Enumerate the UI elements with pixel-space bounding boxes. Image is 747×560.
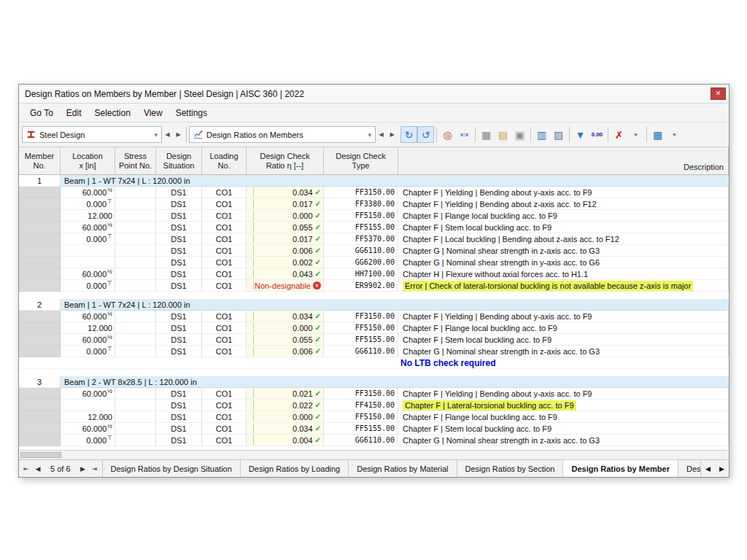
design-check-row[interactable]: 60.000½DS1CO10.034✓FF3150.00Chapter F | …	[19, 311, 729, 322]
stress-point-cell[interactable]	[115, 222, 156, 233]
description-cell[interactable]: Chapter F | Stem local buckling acc. to …	[398, 222, 729, 233]
design-check-row[interactable]: 60.000½DS1CO10.055✓FF5155.00Chapter F | …	[19, 334, 729, 346]
scrollbar-thumb[interactable]	[20, 452, 61, 458]
description-cell[interactable]: Error | Check of lateral-torsional buckl…	[398, 280, 729, 292]
stress-point-cell[interactable]	[115, 322, 156, 334]
location-cell[interactable]: 0.000⊤	[61, 233, 115, 245]
description-cell[interactable]: Chapter F | Flange local buckling acc. t…	[398, 322, 729, 334]
design-check-row[interactable]: 60.000½DS1CO10.021✓FF3150.00Chapter F | …	[19, 388, 729, 400]
tabs-scroll-right-button[interactable]: ▶	[715, 460, 729, 477]
description-cell[interactable]: Chapter F | Local buckling | Bending abo…	[398, 233, 729, 245]
location-cell[interactable]	[61, 257, 115, 268]
design-situation-cell[interactable]: DS1	[156, 423, 202, 435]
location-cell[interactable]: 60.000½	[61, 334, 115, 346]
description-cell[interactable]: Chapter F | Stem local buckling acc. to …	[398, 334, 729, 346]
last-table-button[interactable]: ⇥	[89, 465, 101, 472]
design-situation-cell[interactable]: DS1	[156, 435, 202, 446]
member-group-row[interactable]: 1Beam | 1 - WT 7x24 | L : 120.000 in	[19, 175, 729, 187]
stress-point-cell[interactable]	[115, 423, 156, 435]
close-button[interactable]: ✕	[711, 88, 726, 100]
member-group-row[interactable]: 3Beam | 2 - WT 8x28.5 | L : 120.000 in	[19, 376, 729, 388]
loading-cell[interactable]: CO1	[202, 346, 247, 357]
ratio-cell[interactable]: 0.002✓	[247, 257, 324, 268]
check-type-cell[interactable]: GG6110.00	[324, 346, 398, 357]
stress-point-cell[interactable]	[115, 210, 156, 222]
check-type-cell[interactable]: FF3150.00	[324, 311, 398, 322]
check-type-cell[interactable]: FF3150.00	[324, 388, 398, 400]
design-situation-cell[interactable]: DS1	[156, 233, 202, 245]
tab-design-ratios-by-design-situation[interactable]: Design Ratios by Design Situation	[103, 460, 241, 477]
export-spreadsheet-icon[interactable]: ▥	[533, 126, 550, 143]
loading-cell[interactable]: CO1	[202, 222, 247, 233]
sync-selection-icon[interactable]: ↺	[417, 126, 434, 143]
stress-point-cell[interactable]	[115, 400, 156, 411]
location-cell[interactable]: 60.000½	[61, 311, 115, 322]
ratio-cell[interactable]: Non-designable✕	[247, 280, 324, 292]
design-check-row[interactable]: 60.000½DS1CO10.055✓FF5155.00Chapter F | …	[19, 222, 729, 233]
tab-design-ratios-by-member[interactable]: Design Ratios by Member	[563, 460, 678, 477]
ratio-cell[interactable]: 0.055✓	[247, 222, 324, 233]
loading-cell[interactable]: CO1	[202, 411, 247, 423]
table-container-icon[interactable]: ▤	[495, 126, 511, 143]
design-situation-cell[interactable]: DS1	[156, 187, 202, 198]
show-result-in-graphic-icon[interactable]: ↻	[400, 126, 417, 143]
location-cell[interactable]: 60.000½	[61, 222, 115, 233]
description-cell[interactable]: Chapter F | Lateral-torsional buckling a…	[398, 400, 729, 411]
ratio-cell[interactable]: 0.004✓	[247, 435, 324, 446]
check-type-cell[interactable]: FF5150.00	[324, 210, 398, 222]
description-cell[interactable]: Chapter G | Nominal shear strength in z-…	[398, 435, 729, 446]
result-type-selector[interactable]: Design Ratios on Members ▾	[189, 126, 376, 143]
member-group-title[interactable]: Beam | 2 - WT 8x28.5 | L : 120.000 in	[61, 376, 729, 388]
table-search-icon[interactable]: ▩	[649, 126, 666, 143]
stress-point-cell[interactable]	[115, 311, 156, 322]
first-table-button[interactable]: ⇤	[20, 465, 32, 472]
design-situation-cell[interactable]: DS1	[156, 222, 202, 233]
loading-cell[interactable]: CO1	[202, 210, 247, 222]
design-check-row[interactable]: DS1CO10.022✓FF4150.00Chapter F | Lateral…	[19, 400, 729, 411]
stress-point-cell[interactable]	[115, 268, 156, 280]
print-icon[interactable]: ▣	[511, 126, 528, 143]
ratio-cell[interactable]: 0.034✓	[247, 311, 324, 322]
description-cell[interactable]: Chapter F | Flange local buckling acc. t…	[398, 411, 729, 423]
location-cell[interactable]: 12.000	[61, 322, 115, 334]
stress-point-cell[interactable]	[115, 280, 156, 292]
ratio-cell[interactable]: 0.022✓	[247, 400, 324, 411]
design-situation-cell[interactable]: DS1	[156, 322, 202, 334]
design-check-row[interactable]: 0.000⊤DS1CO10.004✓GG6110.00Chapter G | N…	[19, 435, 729, 446]
ratio-cell[interactable]: 0.000✓	[247, 210, 324, 222]
result-table-icon[interactable]: ▦	[478, 126, 495, 143]
menu-item-settings[interactable]: Settings	[169, 105, 214, 121]
description-cell[interactable]: Chapter G | Nominal shear strength in y-…	[398, 257, 729, 268]
design-situation-cell[interactable]: DS1	[156, 311, 202, 322]
ratio-cell[interactable]: 0.000✓	[247, 411, 324, 423]
stress-point-cell[interactable]	[115, 435, 156, 446]
location-cell[interactable]: 60.000½	[61, 423, 115, 435]
design-situation-cell[interactable]: DS1	[156, 411, 202, 423]
design-situation-cell[interactable]: DS1	[156, 346, 202, 357]
description-cell[interactable]: Chapter F | Flange local buckling acc. t…	[398, 210, 729, 222]
design-situation-cell[interactable]: DS1	[156, 210, 202, 222]
loading-cell[interactable]: CO1	[202, 435, 247, 446]
design-check-row[interactable]: 60.000½DS1CO10.034✓FF5155.00Chapter F | …	[19, 423, 729, 435]
loading-cell[interactable]: CO1	[202, 268, 247, 280]
design-situation-cell[interactable]: DS1	[156, 388, 202, 400]
location-cell[interactable]: 60.000½	[61, 388, 115, 400]
design-check-row[interactable]: 0.000⊤DS1CO10.017✓FF5370.00Chapter F | L…	[19, 233, 729, 245]
description-cell[interactable]: Chapter F | Yielding | Bending about y-a…	[398, 311, 729, 322]
location-cell[interactable]	[61, 245, 115, 257]
printout-report-icon[interactable]: ▨	[550, 126, 567, 143]
loading-cell[interactable]: CO1	[202, 311, 247, 322]
description-cell[interactable]: Chapter G | Nominal shear strength in z-…	[398, 245, 729, 257]
menu-item-view[interactable]: View	[137, 105, 169, 121]
result-values-icon[interactable]: x:x	[456, 126, 473, 143]
ratio-cell[interactable]: 0.000✓	[247, 322, 324, 334]
check-type-cell[interactable]: FF5155.00	[324, 423, 398, 435]
tabs-scroll-left-button[interactable]: ◀	[701, 460, 715, 477]
menu-item-go-to[interactable]: Go To	[23, 105, 60, 121]
tab-design-ratios-by-section[interactable]: Design Ratios by Section	[457, 460, 564, 477]
description-cell[interactable]: Chapter F | Yielding | Bending about y-a…	[398, 187, 729, 198]
ratio-cell[interactable]: 0.021✓	[247, 388, 324, 400]
overflow-chevron-icon[interactable]: »	[627, 126, 644, 143]
description-cell[interactable]: Chapter G | Nominal shear strength in z-…	[398, 346, 729, 357]
design-check-row[interactable]: 12.000DS1CO10.000✓FF5150.00Chapter F | F…	[19, 322, 729, 334]
